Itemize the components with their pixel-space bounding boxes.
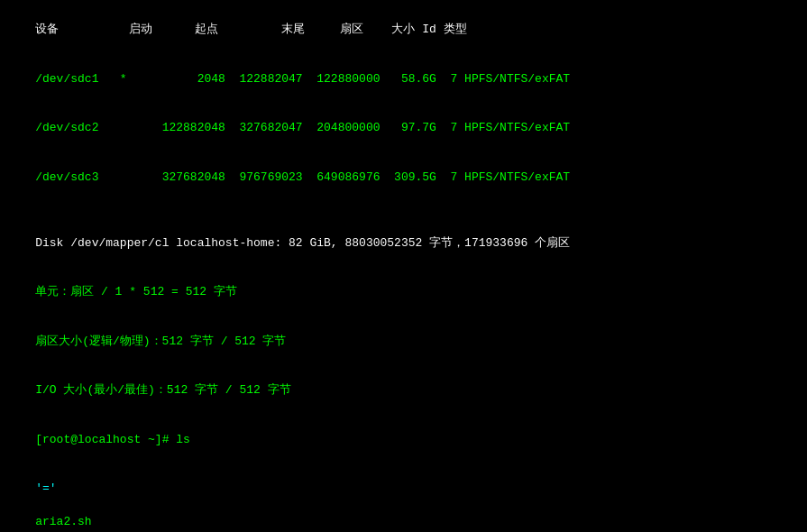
terminal: 设备 启动 起点 末尾 扇区 大小 Id 类型 /dev/sdc1 * 2048… — [7, 5, 800, 527]
io-size: I/O 大小(最小/最佳)：512 字节 / 512 字节 — [7, 366, 800, 416]
sdc2-row: /dev/sdc2 122882048 327682047 204800000 … — [7, 104, 800, 153]
cmd-ls-1: [root@localhost ~]# ls — [7, 416, 800, 465]
disk-info: Disk /dev/mapper/cl localhost-home: 82 G… — [7, 218, 800, 268]
sdc1-row: /dev/sdc1 * 2048 122882047 122880000 58.… — [7, 55, 800, 105]
ls-output-row1: '=' aria2.sh epel-release-latest-7.noarc… — [7, 464, 800, 527]
sector-size: 扇区大小(逻辑/物理)：512 字节 / 512 字节 — [7, 317, 800, 367]
disk-header-row: 设备 启动 起点 末尾 扇区 大小 Id 类型 — [7, 5, 800, 55]
sector-unit: 单元：扇区 / 1 * 512 = 512 字节 — [7, 268, 800, 317]
sdc3-row: /dev/sdc3 327682048 976769023 649086976 … — [7, 153, 800, 203]
blank-line — [7, 202, 800, 218]
